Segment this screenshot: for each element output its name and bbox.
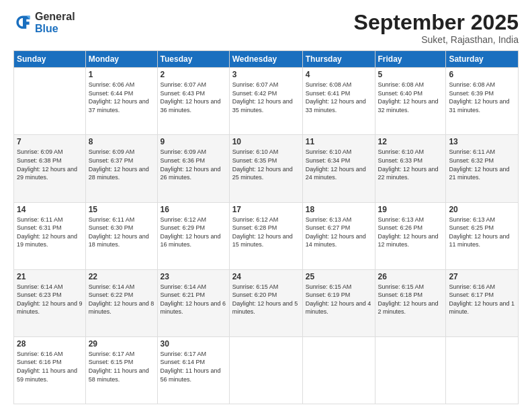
day-number: 24 <box>232 272 300 281</box>
day-info: Sunrise: 6:17 AMSunset: 6:14 PMDaylight:… <box>161 350 226 383</box>
day-number: 6 <box>449 70 515 79</box>
calendar-cell: 22Sunrise: 6:14 AMSunset: 6:22 PMDayligh… <box>85 269 157 336</box>
calendar-cell: 5Sunrise: 6:08 AMSunset: 6:40 PMDaylight… <box>375 68 446 135</box>
day-info: Sunrise: 6:16 AMSunset: 6:17 PMDaylight:… <box>449 283 515 316</box>
calendar-row: 1Sunrise: 6:06 AMSunset: 6:44 PMDaylight… <box>14 68 519 135</box>
calendar-cell: 25Sunrise: 6:15 AMSunset: 6:19 PMDayligh… <box>302 269 375 336</box>
logo-icon <box>13 13 32 32</box>
day-info: Sunrise: 6:11 AMSunset: 6:30 PMDaylight:… <box>89 216 154 249</box>
calendar-cell: 10Sunrise: 6:10 AMSunset: 6:35 PMDayligh… <box>229 135 302 202</box>
day-number: 27 <box>449 272 515 281</box>
title-block: September 2025 Suket, Rajasthan, India <box>354 11 519 45</box>
calendar-cell <box>14 68 86 135</box>
calendar-cell: 6Sunrise: 6:08 AMSunset: 6:39 PMDaylight… <box>446 68 519 135</box>
day-info: Sunrise: 6:13 AMSunset: 6:26 PMDaylight:… <box>378 216 443 249</box>
calendar-cell: 28Sunrise: 6:16 AMSunset: 6:16 PMDayligh… <box>14 336 86 404</box>
calendar-cell: 23Sunrise: 6:14 AMSunset: 6:21 PMDayligh… <box>157 269 229 336</box>
day-info: Sunrise: 6:10 AMSunset: 6:35 PMDaylight:… <box>232 148 300 181</box>
day-number: 20 <box>449 205 515 214</box>
calendar-row: 14Sunrise: 6:11 AMSunset: 6:31 PMDayligh… <box>14 202 519 269</box>
calendar-cell: 9Sunrise: 6:09 AMSunset: 6:36 PMDaylight… <box>157 135 229 202</box>
day-info: Sunrise: 6:14 AMSunset: 6:22 PMDaylight:… <box>89 283 154 316</box>
calendar-cell: 24Sunrise: 6:15 AMSunset: 6:20 PMDayligh… <box>229 269 302 336</box>
day-number: 17 <box>232 205 300 214</box>
day-number: 3 <box>232 70 300 79</box>
day-info: Sunrise: 6:06 AMSunset: 6:44 PMDaylight:… <box>89 81 154 114</box>
day-info: Sunrise: 6:09 AMSunset: 6:38 PMDaylight:… <box>17 148 83 181</box>
calendar-cell <box>302 336 375 404</box>
day-info: Sunrise: 6:13 AMSunset: 6:27 PMDaylight:… <box>306 216 372 249</box>
calendar-cell: 21Sunrise: 6:14 AMSunset: 6:23 PMDayligh… <box>14 269 86 336</box>
header-sunday: Sunday <box>14 51 86 68</box>
page: General Blue September 2025 Suket, Rajas… <box>0 0 532 411</box>
day-info: Sunrise: 6:11 AMSunset: 6:32 PMDaylight:… <box>449 148 515 181</box>
day-info: Sunrise: 6:14 AMSunset: 6:21 PMDaylight:… <box>161 283 226 316</box>
header-saturday: Saturday <box>446 51 519 68</box>
calendar-cell: 27Sunrise: 6:16 AMSunset: 6:17 PMDayligh… <box>446 269 519 336</box>
day-number: 11 <box>306 137 372 146</box>
day-info: Sunrise: 6:14 AMSunset: 6:23 PMDaylight:… <box>17 283 83 316</box>
day-info: Sunrise: 6:08 AMSunset: 6:40 PMDaylight:… <box>378 81 443 114</box>
month-title: September 2025 <box>354 11 519 34</box>
calendar-cell: 16Sunrise: 6:12 AMSunset: 6:29 PMDayligh… <box>157 202 229 269</box>
day-info: Sunrise: 6:12 AMSunset: 6:28 PMDaylight:… <box>232 216 300 249</box>
day-number: 19 <box>378 205 443 214</box>
day-info: Sunrise: 6:15 AMSunset: 6:20 PMDaylight:… <box>232 283 300 316</box>
day-number: 21 <box>17 272 83 281</box>
day-info: Sunrise: 6:09 AMSunset: 6:37 PMDaylight:… <box>89 148 154 181</box>
day-number: 14 <box>17 205 83 214</box>
logo-general: General <box>35 11 75 23</box>
day-info: Sunrise: 6:07 AMSunset: 6:43 PMDaylight:… <box>161 81 226 114</box>
location-subtitle: Suket, Rajasthan, India <box>354 34 519 45</box>
calendar-cell <box>375 336 446 404</box>
day-number: 4 <box>306 70 372 79</box>
day-info: Sunrise: 6:10 AMSunset: 6:33 PMDaylight:… <box>378 148 443 181</box>
calendar-cell: 11Sunrise: 6:10 AMSunset: 6:34 PMDayligh… <box>302 135 375 202</box>
header-tuesday: Tuesday <box>157 51 229 68</box>
calendar-cell <box>229 336 302 404</box>
header-wednesday: Wednesday <box>229 51 302 68</box>
calendar-cell: 19Sunrise: 6:13 AMSunset: 6:26 PMDayligh… <box>375 202 446 269</box>
header-monday: Monday <box>85 51 157 68</box>
calendar-row: 7Sunrise: 6:09 AMSunset: 6:38 PMDaylight… <box>14 135 519 202</box>
calendar-cell: 2Sunrise: 6:07 AMSunset: 6:43 PMDaylight… <box>157 68 229 135</box>
day-info: Sunrise: 6:08 AMSunset: 6:41 PMDaylight:… <box>306 81 372 114</box>
day-number: 8 <box>89 137 154 146</box>
day-info: Sunrise: 6:16 AMSunset: 6:16 PMDaylight:… <box>17 350 83 383</box>
day-number: 16 <box>161 205 226 214</box>
day-info: Sunrise: 6:12 AMSunset: 6:29 PMDaylight:… <box>161 216 226 249</box>
day-info: Sunrise: 6:07 AMSunset: 6:42 PMDaylight:… <box>232 81 300 114</box>
calendar-cell: 17Sunrise: 6:12 AMSunset: 6:28 PMDayligh… <box>229 202 302 269</box>
day-number: 1 <box>89 70 154 79</box>
day-info: Sunrise: 6:09 AMSunset: 6:36 PMDaylight:… <box>161 148 226 181</box>
weekday-header-row: Sunday Monday Tuesday Wednesday Thursday… <box>14 51 519 68</box>
day-number: 13 <box>449 137 515 146</box>
calendar-cell: 20Sunrise: 6:13 AMSunset: 6:25 PMDayligh… <box>446 202 519 269</box>
calendar-cell: 1Sunrise: 6:06 AMSunset: 6:44 PMDaylight… <box>85 68 157 135</box>
day-info: Sunrise: 6:15 AMSunset: 6:18 PMDaylight:… <box>378 283 443 316</box>
calendar-cell <box>446 336 519 404</box>
calendar-cell: 8Sunrise: 6:09 AMSunset: 6:37 PMDaylight… <box>85 135 157 202</box>
header: General Blue September 2025 Suket, Rajas… <box>13 11 519 45</box>
calendar-cell: 18Sunrise: 6:13 AMSunset: 6:27 PMDayligh… <box>302 202 375 269</box>
day-number: 23 <box>161 272 226 281</box>
header-thursday: Thursday <box>302 51 375 68</box>
day-info: Sunrise: 6:11 AMSunset: 6:31 PMDaylight:… <box>17 216 83 249</box>
calendar-table: Sunday Monday Tuesday Wednesday Thursday… <box>13 50 519 404</box>
day-number: 26 <box>378 272 443 281</box>
day-info: Sunrise: 6:15 AMSunset: 6:19 PMDaylight:… <box>306 283 372 316</box>
calendar-row: 28Sunrise: 6:16 AMSunset: 6:16 PMDayligh… <box>14 336 519 404</box>
calendar-row: 21Sunrise: 6:14 AMSunset: 6:23 PMDayligh… <box>14 269 519 336</box>
day-info: Sunrise: 6:08 AMSunset: 6:39 PMDaylight:… <box>449 81 515 114</box>
day-info: Sunrise: 6:17 AMSunset: 6:15 PMDaylight:… <box>89 350 154 383</box>
day-number: 10 <box>232 137 300 146</box>
logo-text: General Blue <box>35 11 75 34</box>
calendar-cell: 12Sunrise: 6:10 AMSunset: 6:33 PMDayligh… <box>375 135 446 202</box>
calendar-cell: 26Sunrise: 6:15 AMSunset: 6:18 PMDayligh… <box>375 269 446 336</box>
day-info: Sunrise: 6:10 AMSunset: 6:34 PMDaylight:… <box>306 148 372 181</box>
day-number: 22 <box>89 272 154 281</box>
day-number: 7 <box>17 137 83 146</box>
day-number: 5 <box>378 70 443 79</box>
day-number: 18 <box>306 205 372 214</box>
calendar-cell: 14Sunrise: 6:11 AMSunset: 6:31 PMDayligh… <box>14 202 86 269</box>
